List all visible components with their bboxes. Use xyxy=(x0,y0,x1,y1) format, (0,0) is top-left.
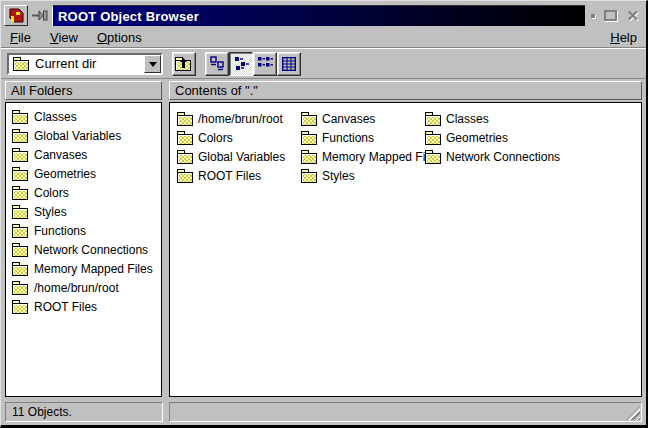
folders-panel-header: All Folders xyxy=(5,81,162,100)
tree-item-label: /home/brun/root xyxy=(34,281,119,295)
tree-item[interactable]: Network Connections xyxy=(6,240,161,259)
folder-icon xyxy=(301,112,318,126)
folder-icon xyxy=(12,300,29,314)
window-controls: ✕ xyxy=(591,8,642,23)
toolbar: Current dir xyxy=(1,48,646,79)
list-view-icon xyxy=(257,56,273,71)
tree-item-label: Styles xyxy=(34,205,67,219)
folder-icon xyxy=(177,112,194,126)
content-item[interactable]: Geometries xyxy=(425,128,549,147)
details-view-icon xyxy=(282,57,296,71)
content-item[interactable]: Functions xyxy=(301,128,425,147)
content-item-label: /home/brun/root xyxy=(198,112,283,126)
tree-item[interactable]: /home/brun/root xyxy=(6,278,161,297)
small-icons-view-button[interactable] xyxy=(229,52,253,76)
menu-help[interactable]: Help xyxy=(610,30,637,45)
root-object-browser-window: ROOT Object Browser ✕ File View Options … xyxy=(0,0,648,428)
contents-panel: Contents of "." /home/brun/rootColorsGlo… xyxy=(169,81,642,397)
folder-icon xyxy=(12,205,29,219)
content-item-label: Memory Mapped Files xyxy=(322,150,441,164)
menu-view[interactable]: View xyxy=(50,30,78,45)
status-objects: 11 Objects. xyxy=(5,402,163,422)
folder-icon xyxy=(301,150,318,164)
status-bar: 11 Objects. xyxy=(5,402,642,422)
folder-icon xyxy=(12,262,29,276)
contents-panel-title: Contents of "." xyxy=(175,83,258,98)
content-item-label: Global Variables xyxy=(198,150,285,164)
content-item[interactable]: Classes xyxy=(425,109,549,128)
content-item[interactable]: Canvases xyxy=(301,109,425,128)
tree-item[interactable]: Memory Mapped Files xyxy=(6,259,161,278)
root-logo-icon xyxy=(8,8,24,23)
titlebar[interactable]: ROOT Object Browser xyxy=(52,5,585,26)
folders-panel: All Folders ClassesGlobal VariablesCanva… xyxy=(5,81,162,397)
combobox-dropdown-button[interactable] xyxy=(144,55,161,73)
tree-item-label: ROOT Files xyxy=(34,300,97,314)
tree-item[interactable]: Functions xyxy=(6,221,161,240)
tree-item-label: Colors xyxy=(34,186,69,200)
content-item[interactable]: Styles xyxy=(301,166,425,185)
tree-item-label: Classes xyxy=(34,110,77,124)
details-view-button[interactable] xyxy=(277,52,301,76)
folder-up-icon xyxy=(175,56,193,71)
list-view-button[interactable] xyxy=(253,52,277,76)
chevron-down-icon xyxy=(149,62,157,71)
folder-icon xyxy=(177,150,194,164)
tree-item[interactable]: Global Variables xyxy=(6,126,161,145)
content-item[interactable]: Memory Mapped Files xyxy=(301,147,425,166)
window-pin-button[interactable] xyxy=(30,5,50,26)
large-icons-icon xyxy=(210,56,225,71)
folder-icon xyxy=(12,281,29,295)
folder-icon xyxy=(12,224,29,238)
title-row: ROOT Object Browser ✕ xyxy=(1,1,646,27)
folder-tree-list[interactable]: ClassesGlobal VariablesCanvasesGeometrie… xyxy=(5,102,162,397)
content-item[interactable]: /home/brun/root xyxy=(177,109,301,128)
tree-item[interactable]: Canvases xyxy=(6,145,161,164)
tree-item[interactable]: Colors xyxy=(6,183,161,202)
content-item-label: Network Connections xyxy=(446,150,560,164)
menu-file[interactable]: File xyxy=(10,30,31,45)
tree-item[interactable]: Classes xyxy=(6,107,161,126)
folders-panel-title: All Folders xyxy=(11,83,72,98)
contents-list[interactable]: /home/brun/rootColorsGlobal VariablesROO… xyxy=(169,102,642,397)
folder-icon xyxy=(177,169,194,183)
content-item[interactable]: Network Connections xyxy=(425,147,549,166)
folder-icon xyxy=(12,110,29,124)
folder-icon xyxy=(425,112,442,126)
up-one-level-button[interactable] xyxy=(172,52,196,76)
status-objects-label: 11 Objects. xyxy=(12,405,72,419)
app-menu-button[interactable] xyxy=(4,5,28,26)
folder-icon xyxy=(13,57,30,71)
tree-item[interactable]: Styles xyxy=(6,202,161,221)
content-item-label: ROOT Files xyxy=(198,169,261,183)
window-pin-icon xyxy=(32,10,49,21)
content-item[interactable]: ROOT Files xyxy=(177,166,301,185)
main-area: All Folders ClassesGlobal VariablesCanva… xyxy=(5,81,642,397)
tree-item-label: Geometries xyxy=(34,167,96,181)
large-icons-view-button[interactable] xyxy=(205,52,229,76)
folder-icon xyxy=(12,167,29,181)
tree-item[interactable]: Geometries xyxy=(6,164,161,183)
folder-icon xyxy=(12,129,29,143)
content-item[interactable]: Colors xyxy=(177,128,301,147)
minimize-dot-icon[interactable] xyxy=(591,14,595,18)
content-item-label: Classes xyxy=(446,112,489,126)
contents-columns: /home/brun/rootColorsGlobal VariablesROO… xyxy=(170,107,641,185)
folder-icon xyxy=(177,131,194,145)
close-x-icon[interactable]: ✕ xyxy=(626,8,639,23)
content-item-label: Colors xyxy=(198,131,233,145)
directory-combobox[interactable]: Current dir xyxy=(7,53,163,75)
status-message-area xyxy=(169,402,642,422)
menu-bar: File View Options Help xyxy=(1,27,646,48)
content-item[interactable]: Global Variables xyxy=(177,147,301,166)
menu-options[interactable]: Options xyxy=(97,30,142,45)
folder-icon xyxy=(425,150,442,164)
tree-item-label: Canvases xyxy=(34,148,87,162)
contents-column: /home/brun/rootColorsGlobal VariablesROO… xyxy=(177,109,301,185)
maximize-square-icon[interactable] xyxy=(604,10,617,21)
contents-column: ClassesGeometriesNetwork Connections xyxy=(425,109,549,185)
resize-grip-icon[interactable] xyxy=(626,406,640,420)
tree-item-label: Network Connections xyxy=(34,243,148,257)
tree-item[interactable]: ROOT Files xyxy=(6,297,161,316)
contents-panel-header: Contents of "." xyxy=(169,81,642,100)
